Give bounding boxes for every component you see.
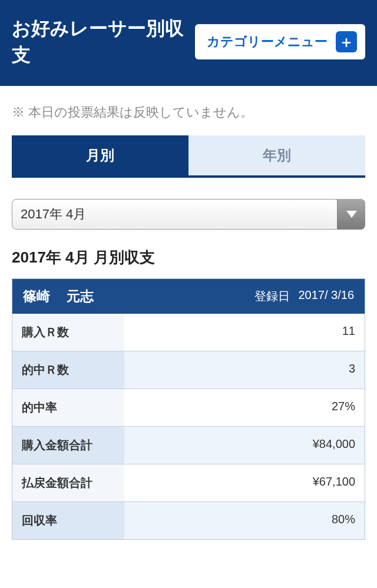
table-row: 回収率80% — [12, 501, 365, 539]
table-row: 払戻金額合計¥67,100 — [12, 464, 365, 501]
table-row: 購入金額合計¥84,000 — [12, 426, 365, 464]
racer-header: 篠崎 元志 登録日 2017/ 3/16 — [12, 279, 365, 314]
chevron-down-icon — [337, 199, 365, 230]
row-label: 回収率 — [12, 502, 124, 539]
row-value: 80% — [124, 502, 365, 539]
row-value: ¥67,100 — [124, 464, 365, 501]
page-title: お好みレーサー別収支 — [12, 15, 186, 68]
tab-yearly[interactable]: 年別 — [188, 135, 365, 175]
registration-date: 2017/ 3/16 — [298, 288, 354, 304]
row-value: 3 — [124, 351, 365, 388]
table-row: 的中Ｒ数3 — [12, 351, 365, 388]
row-value: 27% — [124, 389, 365, 426]
summary-table: 篠崎 元志 登録日 2017/ 3/16 購入Ｒ数11的中Ｒ数3的中率27%購入… — [12, 278, 365, 540]
period-tabs: 月別 年別 — [12, 135, 365, 178]
tab-monthly[interactable]: 月別 — [12, 135, 188, 175]
section-title: 2017年 4月 月別収支 — [12, 247, 365, 268]
racer-name: 篠崎 元志 — [23, 287, 94, 305]
row-label: 購入金額合計 — [12, 427, 124, 464]
row-label: 購入Ｒ数 — [12, 314, 124, 351]
period-select-value: 2017年 4月 — [21, 205, 86, 223]
plus-icon: ＋ — [336, 31, 357, 52]
registration-info: 登録日 2017/ 3/16 — [254, 288, 354, 304]
category-menu-button[interactable]: カテゴリーメニュー ＋ — [195, 24, 365, 59]
row-label: 的中Ｒ数 — [12, 351, 124, 388]
period-select[interactable]: 2017年 4月 — [12, 199, 365, 230]
category-menu-label: カテゴリーメニュー — [207, 33, 328, 51]
racer-given: 元志 — [67, 287, 94, 305]
row-label: 払戻金額合計 — [12, 464, 124, 501]
racer-surname: 篠崎 — [23, 287, 50, 305]
row-value: 11 — [124, 314, 365, 351]
registration-label: 登録日 — [254, 288, 290, 304]
row-value: ¥84,000 — [124, 427, 365, 464]
notice-text: ※ 本日の投票結果は反映していません。 — [0, 86, 377, 135]
table-row: 購入Ｒ数11 — [12, 314, 365, 351]
table-row: 的中率27% — [12, 388, 365, 426]
page-header: お好みレーサー別収支 カテゴリーメニュー ＋ — [0, 0, 377, 86]
row-label: 的中率 — [12, 389, 124, 426]
svg-marker-0 — [346, 211, 357, 218]
